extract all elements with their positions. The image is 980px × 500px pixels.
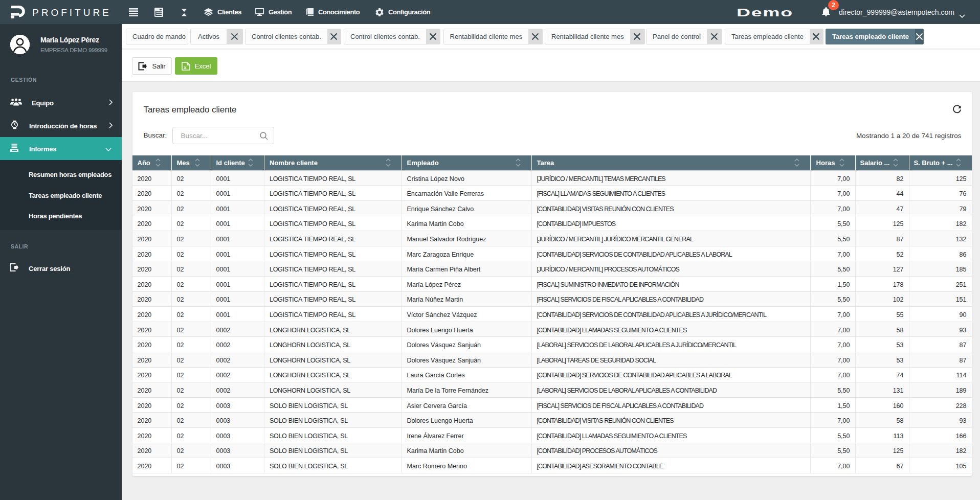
- svg-text:x: x: [184, 64, 187, 70]
